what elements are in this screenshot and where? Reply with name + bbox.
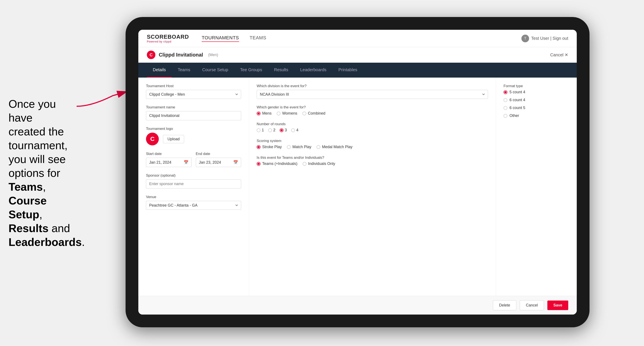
main-content: Tournament Host Clippd College - Men Tou… (138, 78, 577, 315)
tournament-host-label: Tournament Host (146, 84, 241, 88)
radio-5count4 (504, 90, 507, 94)
start-date-value: Jan 21, 2024 (149, 160, 171, 165)
gender-mens[interactable]: Mens (257, 111, 272, 116)
end-date-label: End date (196, 152, 241, 156)
division-select[interactable]: NCAA Division III (257, 90, 488, 99)
tab-results[interactable]: Results (268, 63, 294, 78)
dates-group: Start date Jan 21, 2024 📅 End date Jan 2… (146, 152, 241, 167)
user-avatar: T (522, 35, 529, 42)
form-col-2: Which division is the event for? NCAA Di… (249, 78, 496, 296)
rounds-3-label: 3 (285, 128, 287, 132)
tab-teams[interactable]: Teams (172, 63, 196, 78)
format-radio-group: 5 count 4 6 count 4 6 count 5 (504, 90, 569, 118)
gender-womens-label: Womens (282, 111, 297, 116)
sponsor-input[interactable] (146, 179, 241, 188)
header-user: T Test User | Sign out (522, 35, 568, 42)
radio-6count4 (504, 98, 507, 102)
tournament-name-label: Tournament name (146, 105, 241, 109)
radio-match-play (287, 145, 291, 149)
radio-round-1 (257, 128, 260, 132)
start-date-input[interactable]: Jan 21, 2024 📅 (146, 158, 192, 167)
tournament-icon: C (147, 51, 155, 59)
rounds-1[interactable]: 1 (257, 128, 264, 132)
format-type-group: Format type 5 count 4 6 count 4 (504, 84, 569, 118)
upload-button[interactable]: Upload (163, 135, 184, 143)
end-date-group: End date Jan 23, 2024 📅 (196, 152, 241, 167)
rounds-3[interactable]: 3 (280, 128, 287, 132)
scoring-stroke-play[interactable]: Stroke Play (257, 145, 282, 149)
venue-group: Venue Peachtree GC - Atlanta - GA (146, 195, 241, 210)
tabs-bar: Details Teams Course Setup Tee Groups Re… (138, 63, 577, 78)
tournament-name-group: Tournament name (146, 105, 241, 120)
bold-results: Results (8, 222, 48, 234)
radio-medal-match (316, 145, 320, 149)
nav-teams[interactable]: TEAMS (250, 35, 266, 42)
scoring-match-label: Match Play (292, 145, 311, 149)
end-date-value: Jan 23, 2024 (199, 160, 221, 165)
rounds-2[interactable]: 2 (268, 128, 276, 132)
format-6count5-label: 6 count 5 (510, 106, 525, 110)
start-date-group: Start date Jan 21, 2024 📅 (146, 152, 192, 167)
logo-sub: Powered by clippd (147, 40, 171, 43)
tournament-logo-label: Tournament logo (146, 127, 241, 131)
left-text-block: Once you have created the tournament, yo… (0, 89, 90, 258)
individuals-only[interactable]: Individuals Only (303, 162, 335, 166)
scoring-match-play[interactable]: Match Play (287, 145, 311, 149)
radio-mens-circle (257, 112, 260, 115)
rounds-label: Number of rounds (257, 122, 488, 126)
gender-combined[interactable]: Combined (302, 111, 326, 116)
form-columns: Tournament Host Clippd College - Men Tou… (138, 78, 577, 296)
tab-details[interactable]: Details (147, 63, 172, 78)
bold-leaderboards: Leaderboards (8, 236, 82, 248)
gender-combined-label: Combined (308, 111, 326, 116)
venue-select[interactable]: Peachtree GC - Atlanta - GA (146, 201, 241, 210)
end-date-input[interactable]: Jan 23, 2024 📅 (196, 158, 241, 167)
rounds-radio-group: 1 2 3 4 (257, 128, 488, 132)
radio-round-2 (268, 128, 272, 132)
tab-printables[interactable]: Printables (332, 63, 363, 78)
form-footer: Delete Cancel Save (138, 296, 577, 315)
logo-text: SCOREBOARD (147, 34, 189, 40)
tab-leaderboards[interactable]: Leaderboards (294, 63, 332, 78)
radio-combined-circle (302, 112, 306, 115)
rounds-2-label: 2 (273, 128, 276, 132)
format-other-label: Other (510, 114, 519, 118)
format-type-label: Format type (504, 84, 569, 88)
rounds-4[interactable]: 4 (291, 128, 298, 132)
rounds-group: Number of rounds 1 2 (257, 122, 488, 132)
format-other[interactable]: Other (504, 114, 569, 118)
start-date-label: Start date (146, 152, 192, 156)
format-6count4-label: 6 count 4 (510, 98, 525, 102)
tournament-logo-group: Tournament logo C Upload (146, 127, 241, 145)
tournament-name-input[interactable] (146, 111, 241, 120)
scoring-medal-match[interactable]: Medal Match Play (316, 145, 352, 149)
tab-course-setup[interactable]: Course Setup (196, 63, 234, 78)
tab-tee-groups[interactable]: Tee Groups (234, 63, 268, 78)
app-header: SCOREBOARD Powered by clippd TOURNAMENTS… (138, 30, 577, 47)
delete-button[interactable]: Delete (493, 300, 516, 310)
cancel-button-footer[interactable]: Cancel (520, 300, 544, 310)
division-label: Which division is the event for? (257, 84, 488, 88)
form-col-3: Format type 5 count 4 6 count 4 (496, 78, 577, 296)
gender-womens[interactable]: Womens (277, 111, 297, 116)
bold-teams: Teams (8, 181, 43, 193)
cancel-button-top[interactable]: Cancel ✕ (550, 52, 568, 57)
save-button[interactable]: Save (548, 301, 568, 310)
format-6count4[interactable]: 6 count 4 (504, 98, 569, 102)
tablet-frame: SCOREBOARD Powered by clippd TOURNAMENTS… (126, 17, 590, 327)
user-sign-out[interactable]: Test User | Sign out (531, 36, 568, 41)
radio-round-3 (280, 128, 284, 132)
teams-plus-label: Teams (+Individuals) (262, 162, 298, 166)
teams-plus-individuals[interactable]: Teams (+Individuals) (257, 162, 298, 166)
teams-radio-group: Teams (+Individuals) Individuals Only (257, 162, 488, 166)
nav-tournaments[interactable]: TOURNAMENTS (202, 35, 239, 42)
tournament-host-select[interactable]: Clippd College - Men (146, 90, 241, 99)
scoring-group: Scoring system Stroke Play Match Play (257, 139, 488, 149)
format-6count5[interactable]: 6 count 5 (504, 106, 569, 110)
radio-round-4 (291, 128, 295, 132)
logo-circle: C (146, 133, 159, 145)
rounds-1-label: 1 (262, 128, 264, 132)
scoring-stroke-label: Stroke Play (262, 145, 282, 149)
teams-individuals-label: Is this event for Teams and/or Individua… (257, 156, 488, 160)
format-5count4[interactable]: 5 count 4 (504, 90, 569, 94)
